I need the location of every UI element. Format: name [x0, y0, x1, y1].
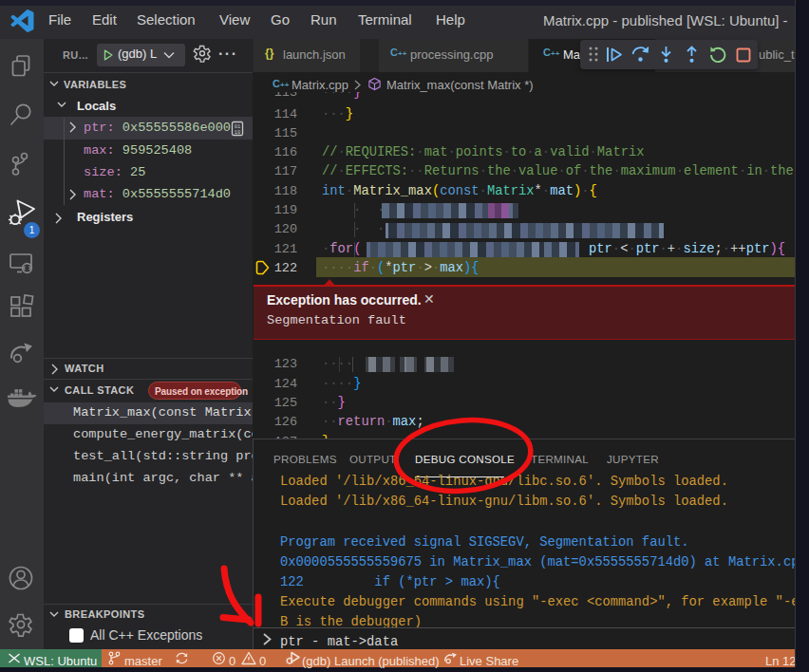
svg-text:10: 10: [235, 130, 240, 136]
